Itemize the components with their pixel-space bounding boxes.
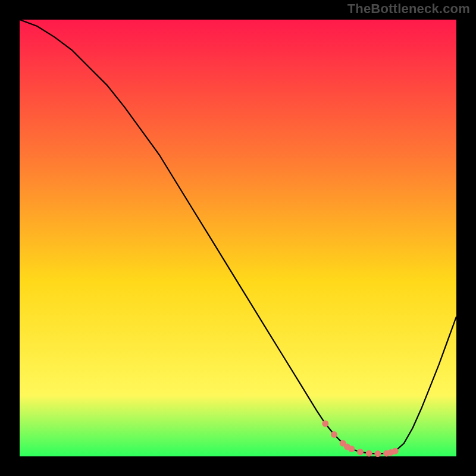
marker-point [357,449,364,455]
bottleneck-chart [0,0,476,476]
watermark-text: TheBottleneck.com [347,1,470,17]
marker-point [374,450,381,457]
marker-point [331,431,337,438]
marker-point [392,448,399,455]
marker-point [348,446,355,452]
plot-gradient-background [20,20,456,456]
marker-point [322,421,328,427]
chart-frame: TheBottleneck.com [0,0,476,476]
marker-point [366,450,372,456]
